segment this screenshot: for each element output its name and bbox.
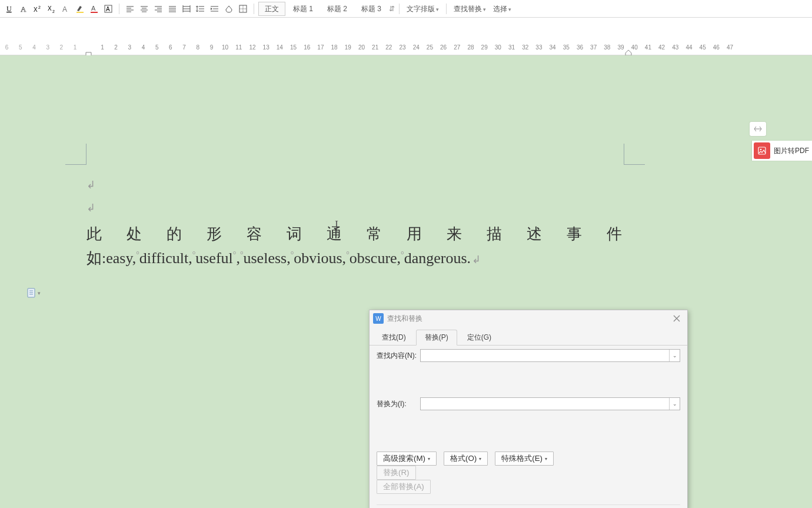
ruler-tick: 22 <box>382 44 395 51</box>
ruler-tick: 37 <box>587 44 600 51</box>
ruler-tick: 27 <box>450 44 464 51</box>
ruler-tick: 41 <box>641 44 655 51</box>
borders-button[interactable] <box>237 2 249 15</box>
svg-rect-7 <box>76 12 84 13</box>
ruler-tick: 8 <box>191 44 205 51</box>
superscript-button[interactable]: X2 <box>31 2 44 15</box>
find-replace-menu[interactable]: 查找替换▾ <box>450 2 490 15</box>
svg-text:X: X <box>48 5 52 12</box>
ruler-tick: 43 <box>668 44 682 51</box>
style-body[interactable]: 正文 <box>258 2 285 16</box>
ruler-tick: 29 <box>478 44 491 51</box>
close-icon <box>673 315 680 322</box>
ruler-tick: 20 <box>355 44 368 51</box>
svg-text:A: A <box>21 5 26 13</box>
ruler-tick: 9 <box>205 44 218 51</box>
ruler-tick: 32 <box>518 44 532 51</box>
style-h1[interactable]: 标题 1 <box>287 2 320 16</box>
ruler-tick: 47 <box>723 44 737 51</box>
align-right-button[interactable] <box>152 2 165 15</box>
ruler-tick: 5 <box>14 44 27 51</box>
font-effects-button[interactable]: A <box>59 2 72 15</box>
image-to-pdf-label: 图片转PDF <box>774 146 809 156</box>
svg-text:2: 2 <box>38 5 41 9</box>
font-color-button[interactable]: A <box>88 2 101 15</box>
select-menu[interactable]: 选择▾ <box>490 2 515 15</box>
svg-text:A: A <box>91 5 96 12</box>
paragraph-mark: ↲ <box>86 178 631 192</box>
document-area: ↲ ↲ 此处的形容词通常用来描述事件 如:easy,°difficult,°us… <box>0 55 812 508</box>
subscript-button[interactable]: X2 <box>45 2 58 15</box>
ruler-tick: 12 <box>245 44 259 51</box>
ruler-tick: 26 <box>437 44 450 51</box>
underline-button[interactable]: U <box>3 2 16 15</box>
ruler-tick: 34 <box>546 44 560 51</box>
horizontal-ruler[interactable]: 6543211234567891011121314151617181920212… <box>0 41 812 53</box>
ruler-tick: 3 <box>41 44 55 51</box>
indent-button[interactable] <box>208 2 221 15</box>
align-left-button[interactable] <box>124 2 137 15</box>
app-icon: W <box>373 313 384 324</box>
style-more-dropdown[interactable]: ⇵ <box>388 2 395 15</box>
dialog-title: 查找和替换 <box>387 314 670 324</box>
style-h3[interactable]: 标题 3 <box>355 2 388 16</box>
find-history-dropdown[interactable]: ⌄ <box>669 350 680 361</box>
align-center-button[interactable] <box>138 2 151 15</box>
ruler-tick: 13 <box>259 44 273 51</box>
style-h2[interactable]: 标题 2 <box>321 2 354 16</box>
ruler-tick: 21 <box>368 44 382 51</box>
dialog-titlebar[interactable]: W 查找和替换 <box>370 310 687 327</box>
ruler-tick: 5 <box>150 44 164 51</box>
replace-all-button[interactable]: 全部替换(A) <box>377 480 431 494</box>
ruler-tick: 28 <box>464 44 477 51</box>
line-spacing-button[interactable] <box>194 2 207 15</box>
page-margin-corner-tr <box>624 144 645 165</box>
find-replace-dialog: W 查找和替换 查找(D) 替换(P) 定位(G) 查找内容(N): ⌄ <box>369 310 688 508</box>
ruler-tick: 30 <box>491 44 505 51</box>
character-border-button[interactable]: A <box>102 2 115 15</box>
ruler-tick: 11 <box>232 44 245 51</box>
ruler-tick: 36 <box>573 44 587 51</box>
ruler-tick: 1 <box>68 44 82 51</box>
image-to-pdf-button[interactable]: 图片转PDF <box>752 141 812 161</box>
find-replace-label: 查找替换 <box>454 5 482 13</box>
ruler-tick: 4 <box>137 44 150 51</box>
text-line-1: 此处的形容词通常用来描述事件 <box>86 224 631 245</box>
replace-history-dropdown[interactable]: ⌄ <box>669 398 680 410</box>
highlight-color-button[interactable] <box>74 2 86 15</box>
ruler-tick: 2 <box>109 44 123 51</box>
advanced-search-button[interactable]: 高级搜索(M)▾ <box>377 451 437 466</box>
find-input[interactable] <box>421 350 669 361</box>
text-line-2: 如:easy,°difficult,°useful°,°useless,°obv… <box>86 248 631 269</box>
replace-input[interactable] <box>421 398 669 410</box>
paragraph-mark: ↲ <box>86 201 631 215</box>
page-margin-corner-tl <box>65 144 86 165</box>
section-nav-icon[interactable]: ▾ <box>27 288 41 298</box>
format-button[interactable]: 格式(O)▾ <box>444 451 488 466</box>
ruler-tick: 10 <box>218 44 232 51</box>
ruler-tick: 35 <box>560 44 573 51</box>
shading-button[interactable] <box>222 2 235 15</box>
ruler-tick: 15 <box>287 44 300 51</box>
ruler-tick: 38 <box>600 44 614 51</box>
font-outline-button[interactable]: A <box>17 2 30 15</box>
align-justify-button[interactable] <box>166 2 179 15</box>
ruler-tick: 23 <box>395 44 409 51</box>
svg-text:U: U <box>6 5 12 13</box>
ruler-tick: 16 <box>300 44 314 51</box>
ruler-tick: 14 <box>273 44 287 51</box>
dialog-close-button[interactable] <box>670 313 684 324</box>
ruler-tick: 19 <box>341 44 355 51</box>
distribute-button[interactable] <box>180 2 193 15</box>
typography-label: 文字排版 <box>407 5 435 13</box>
typography-menu[interactable]: 文字排版▾ <box>403 2 442 15</box>
text-caret-indicator: I ≡ <box>334 222 340 238</box>
pdf-icon <box>754 142 770 159</box>
ruler-tick: 7 <box>177 44 191 51</box>
special-format-button[interactable]: 特殊格式(E)▾ <box>495 451 554 466</box>
svg-point-17 <box>760 149 762 151</box>
ruler-tick: 24 <box>410 44 423 51</box>
side-panel-collapse[interactable] <box>750 122 766 136</box>
document-content[interactable]: ↲ ↲ 此处的形容词通常用来描述事件 如:easy,°difficult,°us… <box>86 178 631 269</box>
replace-button[interactable]: 替换(R) <box>377 466 416 480</box>
